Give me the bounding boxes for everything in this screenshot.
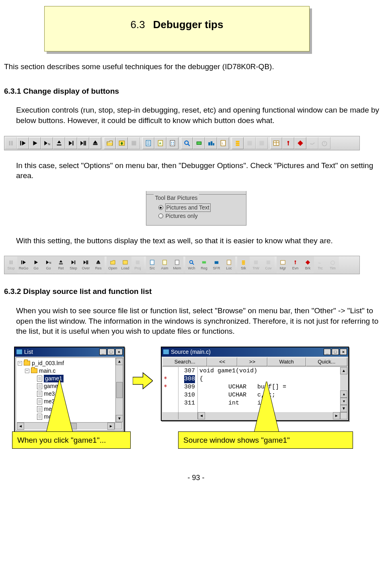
scroll-left-icon[interactable]: ◄ bbox=[17, 423, 24, 430]
svg-rect-33 bbox=[197, 142, 201, 144]
scroll-left-icon[interactable]: ◄ bbox=[198, 412, 205, 419]
step-button[interactable]: Step bbox=[67, 257, 80, 273]
scroll-page-up-icon[interactable]: ▴ bbox=[340, 390, 347, 398]
breakpoint-gutter[interactable]: * * bbox=[162, 367, 179, 412]
search-button[interactable]: Search... bbox=[162, 357, 207, 366]
event-button[interactable] bbox=[282, 137, 294, 149]
stack-button[interactable] bbox=[232, 137, 244, 149]
return-button[interactable] bbox=[53, 137, 65, 149]
tree-node[interactable]: p_id_003.lmf bbox=[32, 359, 64, 367]
rego-button[interactable] bbox=[17, 137, 29, 149]
scroll-page-down-icon[interactable]: ▾ bbox=[340, 398, 347, 405]
register-button[interactable] bbox=[193, 137, 205, 149]
open-button[interactable]: Open bbox=[107, 257, 119, 273]
list-window-titlebar[interactable]: List _ □ × bbox=[15, 347, 124, 357]
minimize-button[interactable]: _ bbox=[99, 349, 107, 355]
maximize-button[interactable]: □ bbox=[332, 349, 339, 355]
gutter-mark: * bbox=[162, 383, 178, 391]
tree-node[interactable]: main.c bbox=[39, 367, 55, 375]
close-button[interactable]: × bbox=[115, 349, 123, 355]
watch-button[interactable]: Watch bbox=[267, 357, 306, 366]
svg-marker-88 bbox=[133, 373, 153, 389]
minimize-button[interactable]: _ bbox=[324, 349, 331, 355]
local-button[interactable]: Loc bbox=[223, 257, 235, 273]
vertical-scrollbar[interactable]: ▲ ▴ ▾ ▼ bbox=[340, 367, 347, 412]
memory-button[interactable] bbox=[166, 137, 179, 149]
load-button[interactable]: Load bbox=[119, 257, 131, 273]
scroll-right-icon[interactable]: ► bbox=[333, 412, 340, 419]
collapse-icon[interactable]: − bbox=[18, 361, 22, 366]
project-button[interactable]: Proj bbox=[131, 257, 144, 273]
scroll-down-icon[interactable]: ▼ bbox=[340, 405, 347, 412]
source-button[interactable]: Src bbox=[146, 257, 158, 273]
rego-button[interactable]: ReGo bbox=[17, 257, 30, 273]
radio-pictures-and-text[interactable]: Pictures and Text bbox=[154, 203, 239, 212]
scroll-thumb[interactable] bbox=[116, 382, 123, 398]
stack-button[interactable]: Stk bbox=[237, 257, 250, 273]
trace-button[interactable] bbox=[306, 137, 318, 149]
quick-button[interactable]: Quick... bbox=[306, 357, 348, 366]
groupbox-legend: Tool Bar Pictures bbox=[154, 194, 199, 202]
watch-button[interactable]: Wch bbox=[185, 257, 198, 273]
open-button[interactable] bbox=[104, 137, 116, 149]
load-button[interactable] bbox=[116, 137, 128, 149]
resize-grip[interactable] bbox=[115, 422, 122, 429]
trace-window-button[interactable]: TrW bbox=[250, 257, 262, 273]
stop-button[interactable]: Stop bbox=[5, 257, 17, 273]
go-button[interactable]: Go bbox=[30, 257, 42, 273]
svg-point-47 bbox=[287, 141, 289, 143]
trace-button[interactable]: Trc bbox=[314, 257, 326, 273]
reset-button[interactable] bbox=[89, 137, 101, 149]
assembly-button[interactable]: Asm bbox=[158, 257, 171, 273]
go-button[interactable] bbox=[29, 137, 41, 149]
local-button[interactable]: L bbox=[217, 137, 229, 149]
go-n-button[interactable]: NGo bbox=[42, 257, 55, 273]
coverage-button[interactable]: Cov bbox=[262, 257, 275, 273]
source-window-titlebar[interactable]: Source (main.c) _ □ × bbox=[162, 347, 348, 357]
line-number: 311 bbox=[179, 399, 195, 407]
maximize-button[interactable]: □ bbox=[107, 349, 115, 355]
next-button[interactable]: >> bbox=[237, 357, 267, 366]
reset-button[interactable]: Res bbox=[92, 257, 105, 273]
timer-button[interactable] bbox=[318, 137, 330, 149]
btn-label: ReGo bbox=[19, 266, 29, 271]
coverage-button[interactable] bbox=[256, 137, 268, 149]
watch-button[interactable] bbox=[181, 137, 193, 149]
timer-button[interactable]: Tim bbox=[326, 257, 339, 273]
manager-button[interactable] bbox=[270, 137, 282, 149]
radio-pictures-only[interactable]: Pictures only bbox=[154, 212, 239, 220]
scroll-up-icon[interactable]: ▲ bbox=[340, 367, 347, 374]
break-button[interactable] bbox=[294, 137, 306, 149]
trace-window-button[interactable] bbox=[244, 137, 256, 149]
vertical-scrollbar[interactable]: ▲ ▼ bbox=[115, 358, 123, 422]
step-over-button[interactable]: Over bbox=[80, 257, 92, 273]
scroll-right-icon[interactable]: ► bbox=[107, 423, 115, 430]
section-number: 6.3 bbox=[131, 18, 145, 31]
close-button[interactable]: × bbox=[340, 349, 347, 355]
event-button[interactable]: Evn bbox=[289, 257, 302, 273]
step-over-button[interactable] bbox=[77, 137, 89, 149]
scroll-up-icon[interactable]: ▲ bbox=[116, 358, 123, 365]
memory-button[interactable]: Mem bbox=[171, 257, 183, 273]
stop-button[interactable] bbox=[5, 137, 17, 149]
svg-marker-14 bbox=[93, 140, 97, 144]
sfr-button[interactable]: SFR bbox=[210, 257, 223, 273]
resize-grip[interactable] bbox=[340, 412, 347, 419]
assembly-button[interactable]: A bbox=[154, 137, 166, 149]
break-button[interactable]: Brk bbox=[302, 257, 314, 273]
collapse-icon[interactable]: − bbox=[25, 369, 29, 373]
prev-button[interactable]: << bbox=[207, 357, 237, 366]
step-button[interactable] bbox=[65, 137, 77, 149]
svg-rect-18 bbox=[121, 144, 122, 145]
document-icon bbox=[37, 383, 42, 389]
btn-label: Ret bbox=[58, 266, 64, 271]
project-button[interactable] bbox=[128, 137, 140, 149]
scroll-down-icon[interactable]: ▼ bbox=[116, 415, 123, 422]
manager-button[interactable]: Mgr bbox=[277, 257, 289, 273]
heading-631: 6.3.1 Change display of buttons bbox=[4, 86, 388, 97]
register-button[interactable]: Reg bbox=[198, 257, 210, 273]
go-n-button[interactable]: N bbox=[41, 137, 53, 149]
sfr-button[interactable] bbox=[205, 137, 217, 149]
source-button[interactable] bbox=[142, 137, 154, 149]
return-button[interactable]: Ret bbox=[55, 257, 67, 273]
